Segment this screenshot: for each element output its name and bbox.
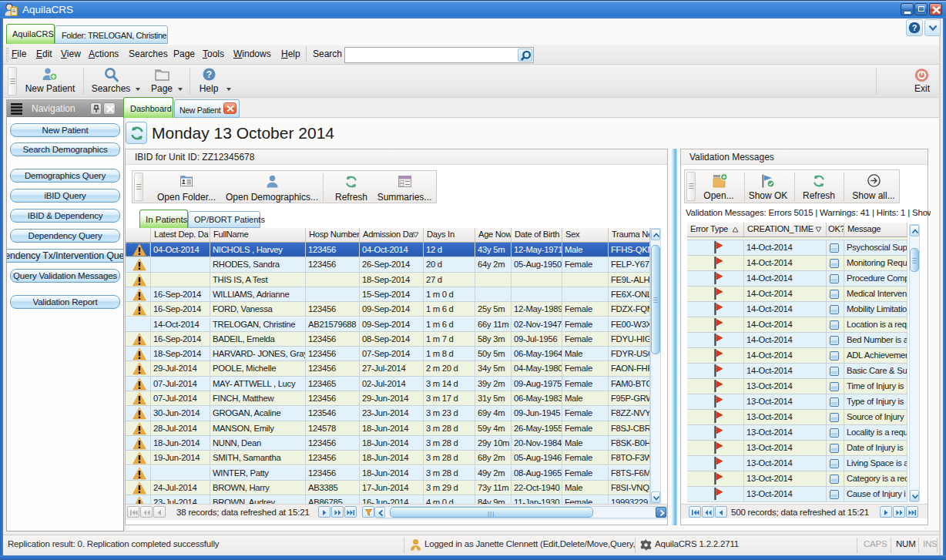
svg-text:?: ? — [206, 69, 212, 80]
svg-text:?: ? — [912, 23, 917, 32]
